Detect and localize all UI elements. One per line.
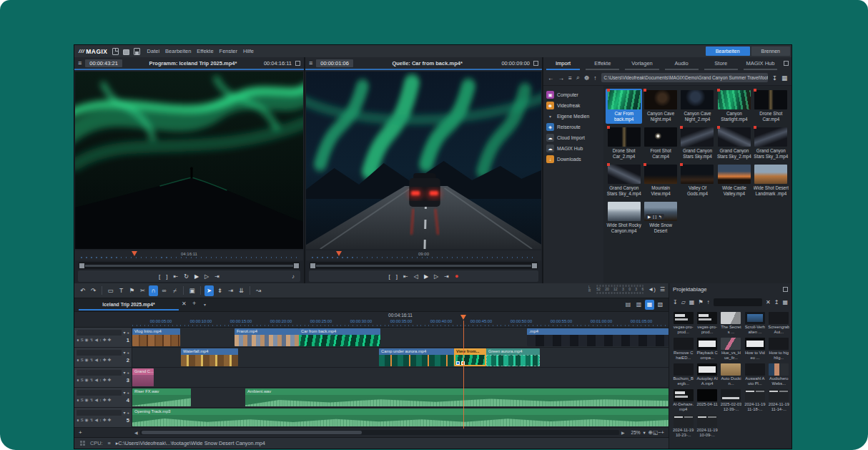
solo-button[interactable]: S [81,398,84,403]
bin-import-button[interactable]: ↧ [673,299,678,305]
mouse-mode-single-button[interactable]: ⇟ [215,285,225,296]
fullscreen-icon[interactable] [295,61,300,66]
view-storyboard-button[interactable]: ▤ [623,300,633,310]
redo-button[interactable]: ↷ [89,285,98,296]
settings-gear-button[interactable]: ☸ [584,74,590,82]
loop-button[interactable]: ↻ [184,273,189,280]
jump-end-button[interactable]: ⇥ [214,273,220,280]
add-icon[interactable]: + [127,331,129,335]
bin-marker-button[interactable]: ⚑ [698,299,703,305]
visibility-icon[interactable]: ◉ [85,398,89,403]
bin-item[interactable]: Bochum_Bergb... [671,363,695,387]
track-header[interactable]: ▾+∎S◉↯◀↕✚✚5 [74,408,132,427]
clip-mp4[interactable]: .mp4 [527,328,669,346]
mark-in-button[interactable]: [ [389,273,390,280]
media-file-canyon-cave-night-mp4[interactable]: Canyon Cave Night.mp4 [642,89,679,124]
sidebar-item-downloads[interactable]: ↓Downloads [543,154,603,165]
unlink-button[interactable]: ⌿ [170,285,179,296]
transition-icon[interactable]: ↯ [90,378,94,383]
undock-icon[interactable] [784,61,789,66]
open-file-icon[interactable] [123,49,129,55]
title-editor-button[interactable]: T [117,285,126,296]
razor-button[interactable]: ✂ [138,285,147,296]
media-file-canyon-cave-night-2-mp4[interactable]: Canyon Cave Night_2.mp4 [679,89,716,124]
folder-up-button[interactable]: ↑ [593,74,596,82]
preview-play-button[interactable]: ▶ [648,215,651,219]
sidebar-item-eigene-medien[interactable]: ▾Eigene Medien [543,111,603,122]
menu-effekte[interactable]: Effekte [194,47,216,56]
clip-franzi-mp4[interactable]: Franzi.mp4 [235,328,299,346]
clip-ambient-wav[interactable]: Ambient.wav [245,388,669,406]
track-name-box[interactable] [77,350,122,356]
jump-start-button[interactable]: ⇤ [403,273,408,280]
curve-mode-button[interactable]: ↝ [254,285,263,296]
mute-icon[interactable]: ◀ [95,419,98,423]
source-playhead[interactable] [336,251,342,259]
bin-export-button[interactable]: ↥ [774,299,779,305]
add-icon[interactable]: + [127,391,129,395]
jump-end-button[interactable]: ⇥ [444,273,449,280]
visibility-icon[interactable]: ◉ [85,338,89,343]
tab-import[interactable]: Import [546,57,580,70]
tab-magix-hub[interactable]: MAGIX Hub [744,57,777,70]
bin-item[interactable]: 2024-11-19 11-18-... [743,389,766,413]
clip-vlog-intro-mp4[interactable]: Vlog Intro.mp4 [132,328,180,346]
volume-curve-icon[interactable]: ↕ [99,398,102,403]
menu-hilfe[interactable]: Hilfe [240,47,257,56]
zoom-dropdown-icon[interactable]: ▾ [643,430,646,436]
bin-item[interactable]: vegas-pro-prod... [671,312,695,336]
import-media-button[interactable]: ↧ [772,74,777,82]
timeline-ruler[interactable]: 00:04:16:11 00:00:05:0000:00:10:0000:00:… [74,312,669,328]
add-icon[interactable]: + [127,411,129,415]
play-button[interactable]: ▶ [194,273,199,280]
source-range-bar[interactable] [310,262,538,269]
volume-curve-icon[interactable]: ↕ [99,358,102,363]
mark-in-button[interactable]: [ [159,273,160,280]
add-tab-icon[interactable]: + [192,300,196,307]
source-current-timecode[interactable]: 00:00:01:06 [316,59,353,67]
add-track-icon[interactable]: ✚ [108,338,112,343]
forward-button[interactable]: → [558,74,565,82]
sidebar-item-cloud-import[interactable]: ☁Cloud Import [543,132,603,143]
sidebar-item-reiseroute[interactable]: ◈Reiseroute [543,122,603,132]
bin-item[interactable]: Autoplay AIA.mp4 [695,363,719,387]
tab-store[interactable]: Store [704,57,738,70]
chevron-down-icon[interactable]: ▾ [123,331,125,335]
bin-item[interactable]: vegas-pro-prod... [695,312,719,336]
prev-frame-button[interactable]: ◁ [414,273,418,280]
mouse-mode-button[interactable]: ➤ [204,285,214,296]
program-playhead[interactable] [132,251,137,259]
lock-icon[interactable]: ∎ [77,358,79,363]
bin-save-button[interactable]: ▦ [689,299,695,305]
add-effect-icon[interactable]: ✚ [103,398,107,403]
play-button[interactable]: ▶ [424,273,428,280]
scrollbar-thumb[interactable] [142,431,362,434]
chevron-down-icon[interactable]: ▾ [123,371,125,375]
undo-button[interactable]: ↶ [78,285,87,296]
lock-icon[interactable]: ∎ [77,338,79,343]
bin-item[interactable]: The Secrets ... [719,312,743,336]
jump-start-button[interactable]: ⇤ [174,273,179,280]
sidebar-item-videofreak[interactable]: ☻Videofreak [543,100,603,111]
range-handle-right[interactable] [294,263,299,268]
media-file-drone-shot-car-mp4[interactable]: Drone Shot Car.mp4 [753,89,789,124]
volume-curve-icon[interactable]: ↕ [99,338,102,343]
add-effect-icon[interactable]: ✚ [103,338,107,343]
bin-item[interactable]: Audiohero Webs... [767,363,791,387]
media-file-valley-of-gods-mp4[interactable]: Valley Of Gods.mp4 [679,163,716,198]
add-track-icon[interactable]: ✚ [108,398,112,403]
track-name-box[interactable] [77,330,122,336]
mouse-mode-stretch-button[interactable]: ⇥ [226,285,235,296]
media-file-wide-snow-desert-canyon-mp4[interactable]: ▶[ ]↰Wide Snow Desert Canyon.mp4 [642,200,679,235]
back-button[interactable]: ← [548,74,554,82]
brennen-mode-button[interactable]: Brennen [751,47,790,56]
fullscreen-icon[interactable] [533,61,538,66]
media-file-grand-canyon-stars-sky-mp4[interactable]: Grand Canyon Stars Sky.mp4 [679,126,716,161]
project-tab[interactable]: Iceland Trip 2025.mp4* [79,298,179,310]
track-lane[interactable]: Riser FX.wavAmbient.wav [132,388,669,407]
bin-item[interactable]: 2024-11-19 11-14-... [767,389,791,413]
tab-effekte[interactable]: Effekte [586,57,619,70]
bin-folder-button[interactable]: ▱ [681,299,686,305]
marker-button[interactable]: ⚑ [127,285,137,296]
bin-item[interactable]: 2025-02-03 12-39-... [719,389,743,413]
